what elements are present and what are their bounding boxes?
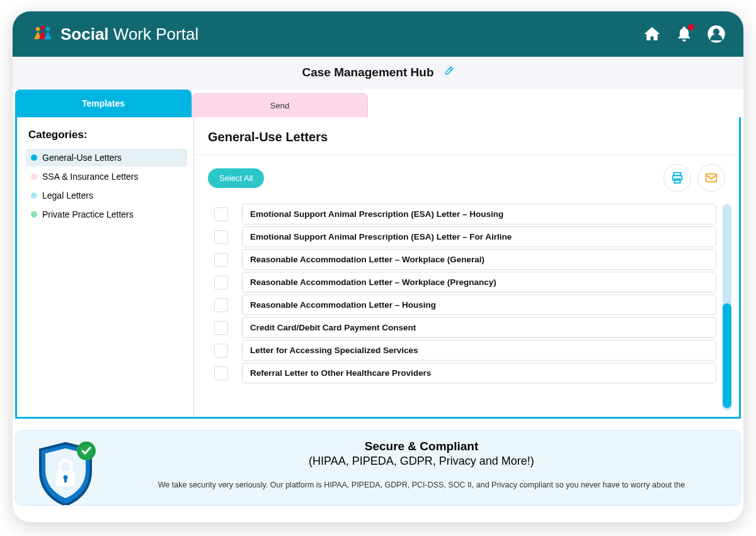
home-icon[interactable] xyxy=(643,25,662,44)
categories-heading: Categories: xyxy=(26,129,187,149)
letter-list: Emotional Support Animal Prescription (E… xyxy=(214,202,719,413)
categories-sidebar: Categories: General-Use LettersSSA & Ins… xyxy=(17,117,193,417)
letter-checkbox[interactable] xyxy=(214,253,228,267)
printer-icon xyxy=(670,171,684,185)
page-title-bar: Case Management Hub xyxy=(13,57,743,90)
brand: Social Work Portal xyxy=(30,25,198,44)
category-dot-icon xyxy=(31,154,37,161)
envelope-icon xyxy=(704,171,718,185)
letter-checkbox[interactable] xyxy=(214,276,228,289)
secure-title: Secure & Compliant xyxy=(118,440,725,453)
letter-checkbox[interactable] xyxy=(214,366,228,380)
scrollbar[interactable] xyxy=(723,204,731,411)
letter-label[interactable]: Letter for Accessing Specialized Service… xyxy=(242,340,716,361)
category-item[interactable]: SSA & Insurance Letters xyxy=(26,168,187,185)
category-dot-icon xyxy=(31,192,37,199)
topbar: Social Work Portal xyxy=(13,11,743,57)
letter-row: Credit Card/Debit Card Payment Consent xyxy=(214,317,716,338)
secure-subtitle: (HIPAA, PIPEDA, GDPR, Privacy and More!) xyxy=(118,455,725,468)
main-panel: Categories: General-Use LettersSSA & Ins… xyxy=(15,117,741,419)
svg-point-0 xyxy=(36,27,40,31)
letter-row: Reasonable Accommodation Letter – Housin… xyxy=(214,294,716,315)
notification-dot xyxy=(688,24,694,30)
category-item[interactable]: Legal Letters xyxy=(26,187,187,204)
brand-bold: Social xyxy=(60,25,109,44)
content-heading: General-Use Letters xyxy=(208,130,725,144)
letter-label[interactable]: Emotional Support Animal Prescription (E… xyxy=(242,204,716,224)
letter-label[interactable]: Emotional Support Animal Prescription (E… xyxy=(242,226,716,247)
letter-row: Referral Letter to Other Healthcare Prov… xyxy=(214,363,716,383)
svg-point-2 xyxy=(46,27,50,31)
brand-logo-icon xyxy=(30,25,55,43)
letter-label[interactable]: Credit Card/Debit Card Payment Consent xyxy=(242,317,716,338)
category-dot-icon xyxy=(31,211,37,218)
letter-row: Emotional Support Animal Prescription (E… xyxy=(214,204,716,224)
letter-label[interactable]: Referral Letter to Other Healthcare Prov… xyxy=(242,363,716,383)
select-all-button[interactable]: Select All xyxy=(208,168,264,188)
letter-checkbox[interactable] xyxy=(214,298,228,312)
content-area: General-Use Letters Select All Emotional… xyxy=(193,117,739,417)
svg-point-4 xyxy=(713,28,719,35)
letter-checkbox[interactable] xyxy=(214,230,228,244)
letter-row: Reasonable Accommodation Letter – Workpl… xyxy=(214,249,716,270)
letter-label[interactable]: Reasonable Accommodation Letter – Housin… xyxy=(242,294,716,315)
letter-label[interactable]: Reasonable Accommodation Letter – Workpl… xyxy=(242,272,716,293)
email-button[interactable] xyxy=(697,164,725,192)
page-title: Case Management Hub xyxy=(302,66,433,79)
category-item[interactable]: General-Use Letters xyxy=(26,149,187,166)
edit-icon[interactable] xyxy=(443,66,454,79)
svg-rect-11 xyxy=(64,477,67,482)
secure-card: Secure & Compliant (HIPAA, PIPEDA, GDPR,… xyxy=(15,430,741,506)
category-label: Private Practice Letters xyxy=(42,209,134,219)
category-label: SSA & Insurance Letters xyxy=(42,172,139,182)
shield-badge-icon xyxy=(31,440,100,505)
tab-templates[interactable]: Templates xyxy=(15,90,192,117)
letter-checkbox[interactable] xyxy=(214,207,228,221)
letter-row: Reasonable Accommodation Letter – Workpl… xyxy=(214,272,716,293)
letter-row: Letter for Accessing Specialized Service… xyxy=(214,340,716,361)
category-label: General-Use Letters xyxy=(42,153,122,163)
category-item[interactable]: Private Practice Letters xyxy=(26,206,187,223)
svg-point-1 xyxy=(41,26,45,30)
letter-label[interactable]: Reasonable Accommodation Letter – Workpl… xyxy=(242,249,716,270)
category-label: Legal Letters xyxy=(42,190,93,201)
brand-text: Social Work Portal xyxy=(60,25,198,44)
letter-checkbox[interactable] xyxy=(214,321,228,335)
bell-icon[interactable] xyxy=(675,25,693,43)
tabs-row: Templates Send xyxy=(13,90,743,117)
brand-rest: Work Portal xyxy=(113,25,198,44)
account-icon[interactable] xyxy=(707,25,726,44)
svg-rect-8 xyxy=(706,174,717,182)
scrollbar-thumb[interactable] xyxy=(723,303,731,408)
letter-row: Emotional Support Animal Prescription (E… xyxy=(214,226,716,247)
print-button[interactable] xyxy=(663,164,691,192)
category-dot-icon xyxy=(31,173,37,180)
tab-send[interactable]: Send xyxy=(192,93,368,117)
letter-checkbox[interactable] xyxy=(214,344,228,358)
secure-body: We take security very seriously. Our pla… xyxy=(118,479,725,491)
